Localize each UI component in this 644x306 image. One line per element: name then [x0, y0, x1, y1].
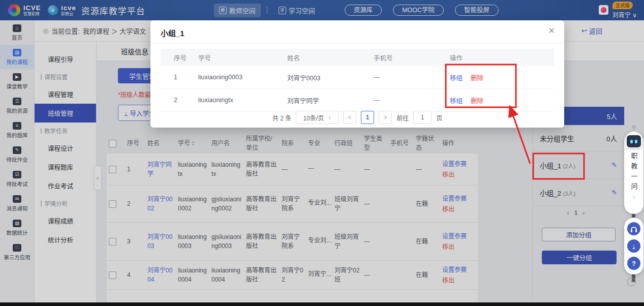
group-members-table: 序号学号姓名手机号操作1liuxiaoning0003刘宵宁0003---移组删…	[161, 49, 554, 112]
move-group-link[interactable]: 移组	[450, 73, 463, 82]
modal-table-row: 2liuxiaoningtx刘宵宁同学---移组删除	[161, 89, 554, 112]
move-group-link[interactable]: 移组	[450, 96, 463, 105]
floating-toolbar: ↓ ?	[624, 218, 643, 274]
modal-column-序号: 序号	[161, 49, 196, 66]
cell-index: 2	[161, 89, 196, 111]
modal-column-操作: 操作	[448, 49, 537, 66]
download-icon: ↓	[632, 243, 636, 249]
cell-actions: 移组删除	[448, 66, 537, 88]
cell-phone: ---	[372, 89, 448, 111]
delete-link[interactable]: 删除	[471, 96, 483, 105]
wave-icon: ≈	[632, 194, 636, 201]
cell-index: 1	[161, 66, 196, 88]
group-detail-modal: 小组_1 ✕ 序号学号姓名手机号操作1liuxiaoning0003刘宵宁000…	[150, 20, 564, 128]
robot-icon	[626, 134, 642, 148]
help-button[interactable]: ?	[627, 257, 640, 270]
current-page-button[interactable]: 1	[361, 111, 374, 124]
goto-unit: 页	[436, 113, 442, 122]
headset-icon	[631, 227, 637, 231]
cell-name: 刘宵宁0003	[285, 66, 372, 88]
customer-service-button[interactable]	[627, 222, 640, 235]
modal-column-手机号: 手机号	[372, 49, 448, 66]
delete-link[interactable]: 删除	[471, 73, 483, 82]
cell-student-id: liuxiaoning0003	[196, 66, 285, 88]
cell-phone: ---	[372, 66, 448, 88]
chevron-down-icon: ∨	[328, 115, 331, 120]
modal-column-姓名: 姓名	[285, 49, 372, 66]
total-count: 共 2 条	[272, 113, 291, 122]
goto-page-input[interactable]	[413, 111, 432, 124]
cell-student-id: liuxiaoningtx	[196, 89, 285, 111]
prev-page-button[interactable]: <	[343, 111, 356, 124]
widget-close-button[interactable]: ×	[627, 278, 636, 286]
page-size-select[interactable]: 10条/页∨	[296, 111, 339, 124]
gear-icon: ⚙	[631, 124, 636, 131]
assistant-widget[interactable]: ⚙ 职教一问 ≈	[623, 124, 644, 214]
download-button[interactable]: ↓	[627, 239, 640, 253]
close-icon[interactable]: ✕	[548, 26, 555, 36]
goto-label: 前往	[396, 113, 409, 122]
modal-table-row: 1liuxiaoning0003刘宵宁0003---移组删除	[161, 66, 554, 89]
cell-actions: 移组删除	[448, 89, 537, 111]
cell-name: 刘宵宁同学	[285, 89, 372, 111]
next-page-button[interactable]: >	[379, 111, 392, 124]
assistant-label: 职教一问	[629, 152, 639, 193]
modal-table-header: 序号学号姓名手机号操作	[161, 49, 554, 66]
modal-pagination: 共 2 条 10条/页∨ < 1 > 前往 页	[150, 111, 564, 124]
bottom-bar	[0, 302, 644, 306]
modal-title: 小组_1	[161, 27, 185, 38]
modal-column-学号: 学号	[196, 49, 285, 66]
